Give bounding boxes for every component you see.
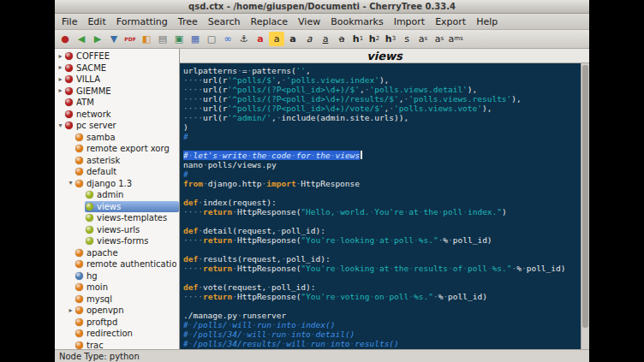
tree-item-network[interactable]: network (55, 109, 179, 121)
menu-file[interactable]: File (57, 15, 82, 28)
code-line[interactable]: ./manage.py·runserver (183, 311, 579, 320)
code-line[interactable]: ····url(r'^polls/(?P<poll_id>\d+)/vote/$… (183, 104, 579, 113)
tree-item-default[interactable]: default (55, 166, 179, 178)
expander-icon[interactable]: ▾ (67, 180, 75, 187)
strikethrough-icon[interactable]: a (334, 32, 349, 46)
export-pdf-icon[interactable]: PDF (122, 32, 138, 46)
code-line[interactable]: def·index(request): (183, 198, 579, 207)
code-line[interactable]: def·detail(request,·poll_id): (183, 226, 579, 235)
tree-item-mysql[interactable]: mysql (55, 294, 179, 306)
code-line[interactable]: from·django.http·import·HttpResponse (183, 179, 579, 188)
code-line[interactable]: urlpatterns·=·patterns('', (183, 66, 579, 75)
go-back-icon[interactable]: ◀ (74, 32, 89, 46)
tree-item-sacme[interactable]: ▸SACME (55, 62, 179, 74)
tree-item-views-templates[interactable]: views-templates (55, 212, 179, 224)
superscript-icon[interactable]: as (415, 32, 431, 46)
menu-edit[interactable]: Edit (82, 15, 110, 28)
go-forward-icon[interactable]: ▶ (90, 32, 105, 46)
code-line[interactable]: ····return·HttpResponse("Hello,·world.·Y… (183, 207, 579, 217)
tree-item-coffee[interactable]: ▸COFFEE (55, 50, 179, 62)
tree-item-admin[interactable]: admin (55, 189, 179, 201)
code-line[interactable] (183, 301, 579, 311)
code-line[interactable]: ) (183, 122, 579, 132)
menu-export[interactable]: Export (430, 15, 471, 28)
tree-item-giemme[interactable]: ▸GIEMME (55, 86, 179, 98)
code-line[interactable]: ····return·HttpResponse("You're·looking·… (183, 235, 579, 245)
insert-table-icon[interactable]: ▦ (188, 32, 203, 46)
save-icon[interactable]: ▼ (106, 32, 122, 46)
tree-item-openvpn[interactable]: ▸openvpn (55, 305, 179, 317)
tree-item-atm[interactable]: ATM (55, 97, 179, 109)
bold-icon[interactable]: a (285, 32, 301, 46)
code-line[interactable]: #·/polls/·will·run·into·index() (183, 320, 579, 329)
code-line[interactable]: def·results(request,·poll_id): (183, 254, 579, 264)
tree-item-remote-authentication[interactable]: remote authentication (55, 258, 179, 270)
fg-color-icon[interactable]: a (253, 32, 268, 46)
menu-bookmarks[interactable]: Bookmarks (325, 15, 388, 28)
italic-icon[interactable]: a (301, 32, 317, 46)
menu-tree[interactable]: Tree (173, 15, 203, 28)
code-line[interactable]: #·/polls/34/vote/·will·run·into·vote() (183, 348, 579, 349)
export-html-icon[interactable]: ◧ (139, 32, 154, 46)
h2-icon[interactable]: h2 (367, 32, 382, 46)
expander-icon[interactable]: ▸ (57, 64, 64, 71)
tree-item-samba[interactable]: samba (55, 132, 179, 144)
code-line[interactable] (183, 273, 579, 282)
code-editor[interactable]: urlpatterns·=·patterns('',····url(r'^pol… (180, 63, 589, 349)
menu-help[interactable]: Help (471, 15, 503, 28)
insert-codebox-icon[interactable]: ▢ (204, 32, 219, 46)
code-line[interactable]: # (183, 169, 579, 179)
menu-search[interactable]: Search (203, 15, 246, 28)
menu-view[interactable]: View (293, 15, 325, 28)
code-line[interactable] (183, 141, 579, 151)
code-line[interactable]: def·vote(request,·poll_id): (183, 282, 579, 292)
insert-anchor-icon[interactable]: ⚓ (236, 32, 252, 46)
expander-icon[interactable]: ▾ (57, 122, 64, 129)
code-line[interactable]: ····url(r'^polls/(?P<poll_id>\d+)/$',·'p… (183, 85, 579, 94)
code-line[interactable]: ····url(r'^admin/',·include(admin.site.u… (183, 113, 579, 122)
tree-item-views[interactable]: views (55, 201, 179, 213)
insert-image-icon[interactable]: ▣ (171, 32, 187, 46)
underline-icon[interactable]: a (318, 32, 333, 46)
menu-replace[interactable]: Replace (246, 15, 294, 28)
bg-color-icon[interactable]: a (269, 32, 284, 46)
code-line[interactable]: ····return·HttpResponse("You're·voting·o… (183, 292, 579, 301)
tree-item-views-urls[interactable]: views-urls (55, 224, 179, 236)
titlebar[interactable]: qsd.ctx - /home/giuspen/Documenti - Cher… (55, 0, 589, 14)
insert-link-icon[interactable]: ∞ (220, 32, 236, 46)
tree-item-apache[interactable]: apache (55, 247, 179, 259)
code-line[interactable]: #·/polls/34/results/·will·run·into·resul… (183, 339, 579, 348)
scrollbar-thumb[interactable] (582, 65, 588, 328)
h1-icon[interactable]: h1 (350, 32, 366, 46)
tree-item-villa[interactable]: ▸VILLA (55, 74, 179, 86)
export-txt-icon[interactable]: ▤ (155, 32, 170, 46)
monospace-icon[interactable]: ams (448, 32, 463, 46)
menu-import[interactable]: Import (389, 15, 431, 28)
code-line[interactable]: ····url(r'^polls/$',·'polls.views.index'… (183, 75, 579, 85)
tree-item-asterisk[interactable]: asterisk (55, 155, 179, 167)
expander-icon[interactable]: ▸ (57, 76, 64, 83)
code-line[interactable]: ····url(r'^polls/(?P<poll_id>\d+)/result… (183, 94, 579, 104)
code-line[interactable]: #·let's·write·the·code·for·the·views (183, 151, 579, 160)
subscript-icon[interactable]: as (432, 32, 447, 46)
expander-icon[interactable]: ▸ (67, 307, 75, 314)
tree-item-proftpd[interactable]: proftpd (55, 317, 179, 329)
h3-icon[interactable]: h3 (383, 32, 398, 46)
tree-item-views-forms[interactable]: views-forms (55, 235, 179, 247)
small-icon[interactable]: s (399, 32, 414, 46)
code-line[interactable]: # (183, 132, 579, 141)
code-line[interactable] (183, 245, 579, 254)
tree-item-redirection[interactable]: redirection (55, 328, 179, 340)
tree-item-remote-export-xorg[interactable]: remote export xorg (55, 143, 179, 155)
code-line[interactable] (183, 188, 579, 198)
menu-formatting[interactable]: Formatting (111, 15, 173, 28)
tree-item-moin[interactable]: moin (55, 282, 179, 294)
tree-item-django-1-3[interactable]: ▾django 1.3 (55, 178, 179, 190)
expander-icon[interactable]: ▸ (57, 53, 64, 60)
code-line[interactable]: nano·polls/views.py (183, 160, 579, 169)
code-line[interactable]: ····return·HttpResponse("You're·looking·… (183, 264, 579, 273)
tree-item-trac[interactable]: trac (55, 340, 179, 350)
tree-item-hg[interactable]: hg (55, 270, 179, 282)
expander-icon[interactable]: ▸ (57, 87, 64, 94)
show-hide-tree-icon[interactable]: ● (57, 32, 73, 46)
